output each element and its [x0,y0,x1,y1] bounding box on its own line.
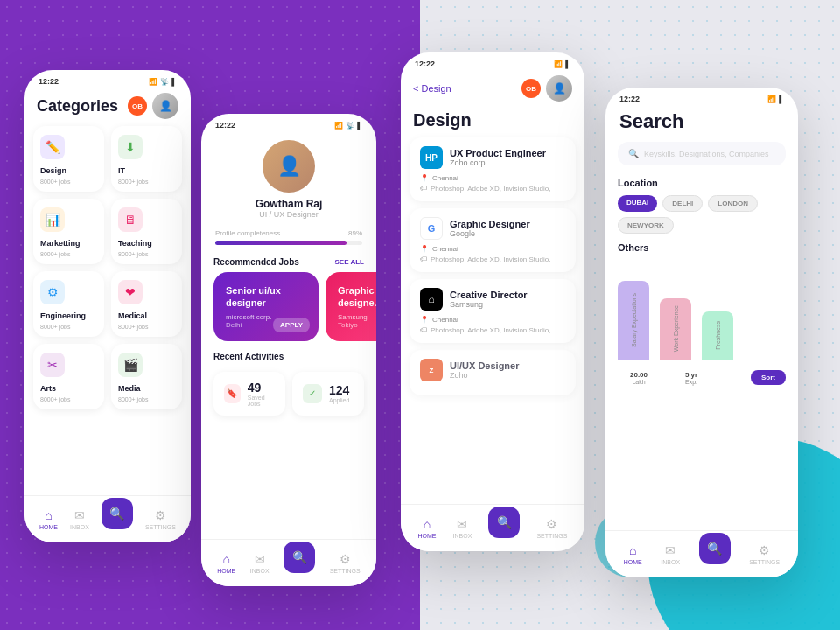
nav-home-1[interactable]: ⌂ HOME [39,508,58,530]
saved-jobs-card[interactable]: 🔖 49 Saved Jobs [214,372,285,416]
tag-delhi[interactable]: DELHI [662,195,703,212]
nav-inbox-4[interactable]: ✉ INBOX [661,543,680,565]
location-title: Location [618,178,786,188]
job-listing-apple[interactable]: ⌂ Creative Director Samsung 📍 Chennai 🏷 … [410,279,576,343]
progress-label: Profile completeness 89% [215,229,362,237]
cat-jobs-video: 8000+ jobs [118,396,175,402]
nav-settings-2[interactable]: ⚙ SETTINGS [330,552,360,574]
job-listing-header-google: G Graphic Designer Google [420,217,565,240]
bar-freshness-fill: Freshness [702,312,733,360]
hp-job-info: UX Product Engineer Zoho corp [450,148,546,167]
profile-name: Gowtham Raj [256,198,323,210]
battery-icon-3: ▌ [565,60,570,68]
job-listing-zoho[interactable]: Z UI/UX Designer Zoho [410,350,576,396]
applied-label: Applied [329,397,349,403]
settings-icon-4: ⚙ [759,543,770,557]
nav-settings-1[interactable]: ⚙ SETTINGS [145,508,176,530]
back-button[interactable]: < Design [413,83,452,94]
others-section: Others Salary Expectations Work Experien… [606,242,798,392]
cat-card-it[interactable]: ⬇ IT 8000+ jobs [111,126,182,192]
cat-card-video[interactable]: 🎬 Media 8000+ jobs [111,344,182,410]
cat-card-engineering[interactable]: ⚙ Engineering 8000+ jobs [33,271,104,337]
sort-button[interactable]: Sort [751,370,786,385]
notification-badge: OB [128,96,147,116]
cat-jobs-teaching: 8000+ jobs [118,251,175,257]
search-input-box[interactable]: 🔍 Keyskills, Designations, Companies [618,142,786,165]
applied-count: 124 [329,383,349,397]
cat-jobs-marketing: 8000+ jobs [40,251,97,257]
salary-label: Salary Expectations [631,293,637,347]
nav-inbox-1[interactable]: ✉ INBOX [70,508,89,530]
job-title-2: Graphic designe... [338,284,376,310]
nav-search-btn-2[interactable]: 🔍 [284,542,315,573]
signal-icon-3: 📶 [554,60,563,68]
job-listing-google[interactable]: G Graphic Designer Google 📍 Chennai 🏷 Ph… [410,208,576,272]
profile-avatar: 👤 [262,140,315,192]
bar-freshness: Freshness [702,312,733,360]
nav-inbox-2[interactable]: ✉ INBOX [250,552,270,574]
inbox-icon-1: ✉ [74,508,85,522]
cat-jobs-scissors: 8000+ jobs [40,396,97,402]
location-tags: DUBAI DELHI LONDON NEWYORK [618,195,786,234]
nav-search-btn-3[interactable]: 🔍 [488,507,520,538]
nav-home-4[interactable]: ⌂ HOME [624,543,642,565]
cat-card-scissors[interactable]: ✂ Arts 8000+ jobs [33,344,104,410]
job-listing-hp[interactable]: HP UX Product Engineer Zoho corp 📍 Chenn… [410,137,576,201]
see-all-btn[interactable]: SEE ALL [335,258,364,266]
tag-newyork[interactable]: NEWYORK [618,217,674,234]
cat-name-design: Design [40,166,97,175]
design-icon: ✏️ [40,135,65,159]
progress-bar-fill [215,241,346,245]
job-card-purple[interactable]: Senior ui/ux designer microsoft corp. De… [214,272,318,341]
progress-text: Profile completeness [215,229,280,237]
video-icon: 🎬 [118,353,143,377]
nav-inbox-3[interactable]: ✉ INBOX [453,517,472,539]
job-card-pink[interactable]: Graphic designe... Samsung Tokiyo [326,272,376,341]
nav-home-2[interactable]: ⌂ HOME [217,552,235,574]
categories-title: Categories [37,97,118,116]
applied-icon: ✓ [303,384,322,403]
google-location: 📍 Chennai [420,245,565,253]
cat-card-marketing[interactable]: 📊 Marketting 8000+ jobs [33,199,104,264]
nav-settings-label-3: SETTINGS [536,533,567,539]
job-listing-header-apple: ⌂ Creative Director Samsung [420,288,565,311]
header-right-3: OB 👤 [522,75,572,102]
apply-button[interactable]: APPLY [273,318,310,332]
cat-card-teaching[interactable]: 🖥 Teaching 8000+ jobs [111,199,182,264]
saved-count: 49 [248,381,275,395]
tag-dubai[interactable]: DUBAI [618,195,657,212]
statusbar-4: 12:22 📶 ▌ [606,88,798,107]
nav-settings-label-1: SETTINGS [145,524,176,530]
jobs-scroll: Senior ui/ux designer microsoft corp. De… [201,272,376,341]
battery-icon-2: ▌ [357,122,362,130]
nav-settings-4[interactable]: ⚙ SETTINGS [749,543,780,565]
cat-name-it: IT [118,166,175,175]
location-section: Location DUBAI DELHI LONDON NEWYORK [606,178,798,242]
job-location-2: Tokiyo [338,321,376,329]
nav-search-btn-4[interactable]: 🔍 [699,533,731,564]
progress-bar-bg [215,241,362,245]
cat-card-design[interactable]: ✏️ Design 8000+ jobs [33,126,104,192]
nav-home-3[interactable]: ⌂ HOME [418,517,437,539]
avatar-3[interactable]: 👤 [546,75,572,102]
search-icon-1: 🔍 [109,507,124,521]
applied-card[interactable]: ✓ 124 Applied [292,372,364,416]
time-4: 12:22 [620,94,640,103]
freshness-label: Freshness [715,321,721,350]
phone-design: 12:22 📶 ▌ < Design OB 👤 Design HP UX Pro… [401,52,584,551]
bottom-nav-1: ⌂ HOME ✉ INBOX 🔍 ⚙ SETTINGS [24,495,191,542]
avatar[interactable]: 👤 [152,93,178,119]
tag-london[interactable]: LONDON [708,195,758,212]
recent-section: Recent Activities 🔖 49 Saved Jobs ✓ 124 … [201,341,376,416]
cat-card-medical[interactable]: ❤ Medical 8000+ jobs [111,271,182,337]
recent-title: Recent Activities [214,352,284,361]
google-company: Google [450,229,530,238]
nav-home-label-1: HOME [39,524,58,530]
apple-skills: Photoshop, Adobe XD, Invision Studio, [430,326,550,334]
apple-location: 📍 Chennai [420,316,565,324]
nav-settings-3[interactable]: ⚙ SETTINGS [536,517,567,539]
progress-section: Profile completeness 89% [201,229,376,252]
nav-inbox-label-1: INBOX [70,524,89,530]
nav-search-btn-1[interactable]: 🔍 [102,498,133,529]
cat-jobs-design: 8000+ jobs [40,178,97,185]
